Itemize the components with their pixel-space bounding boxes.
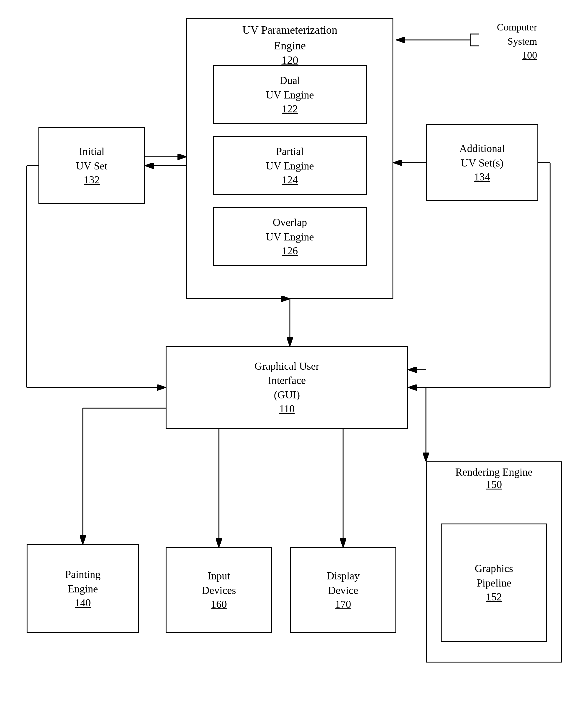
rendering-label: Rendering Engine 150 [426,466,562,491]
additional-uv-box: AdditionalUV Set(s) 134 [426,124,538,201]
graphics-pipeline-box: GraphicsPipeline 152 [441,523,547,642]
gui-box: Graphical UserInterface(GUI) 110 [166,346,408,429]
computer-system-num: 100 [522,50,537,61]
display-device-box: DisplayDevice 170 [290,547,396,633]
initial-uv-box: InitialUV Set 132 [39,127,145,204]
computer-system-label: ComputerSystem 100 [497,20,537,62]
input-devices-box: InputDevices 160 [166,547,272,633]
partial-uv-box: PartialUV Engine 124 [213,136,367,195]
overlap-uv-box: OverlapUV Engine 126 [213,207,367,266]
uv-param-label: UV ParameterizationEngine 120 [186,22,393,67]
dual-uv-box: DualUV Engine 122 [213,65,367,124]
painting-box: PaintingEngine 140 [27,544,139,633]
computer-system-text: ComputerSystem [497,22,537,47]
